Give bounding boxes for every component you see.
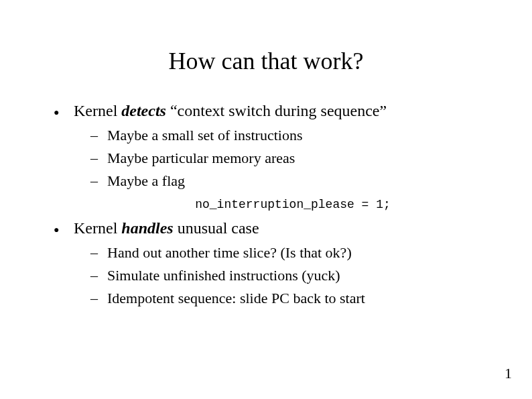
sub-item-2a: Hand out another time slice? (Is that ok… [107, 244, 498, 262]
bullet-1-emphasis: detects [121, 102, 166, 119]
page-number: 1 [505, 365, 512, 382]
slide-content: How can that work? Kernel detects “conte… [0, 0, 532, 334]
bullet-2-emphasis: handles [121, 219, 173, 237]
main-bullet-list-2: Kernel handles unusual case Hand out ano… [34, 219, 498, 307]
sub-item-1c: Maybe a flag [107, 172, 498, 190]
sub-list-2: Hand out another time slice? (Is that ok… [74, 244, 498, 307]
bullet-2-pre: Kernel [74, 219, 121, 237]
sub-item-2c: Idempotent sequence: slide PC back to st… [107, 290, 498, 307]
bullet-1-pre: Kernel [74, 102, 121, 119]
bullet-item-1: Kernel detects “context switch during se… [74, 102, 498, 190]
sub-list-1: Maybe a small set of instructions Maybe … [74, 127, 498, 190]
bullet-2-post: unusual case [174, 219, 259, 237]
sub-item-1a: Maybe a small set of instructions [107, 127, 498, 144]
sub-item-1b: Maybe particular memory areas [107, 150, 498, 167]
sub-item-2b: Simulate unfinished instructions (yuck) [107, 267, 498, 284]
main-bullet-list: Kernel detects “context switch during se… [34, 102, 498, 190]
code-snippet: no_interruption_please = 1; [34, 198, 498, 211]
bullet-1-post: “context switch during sequence” [166, 102, 387, 119]
bullet-item-2: Kernel handles unusual case Hand out ano… [74, 219, 498, 307]
slide-title: How can that work? [34, 47, 498, 75]
